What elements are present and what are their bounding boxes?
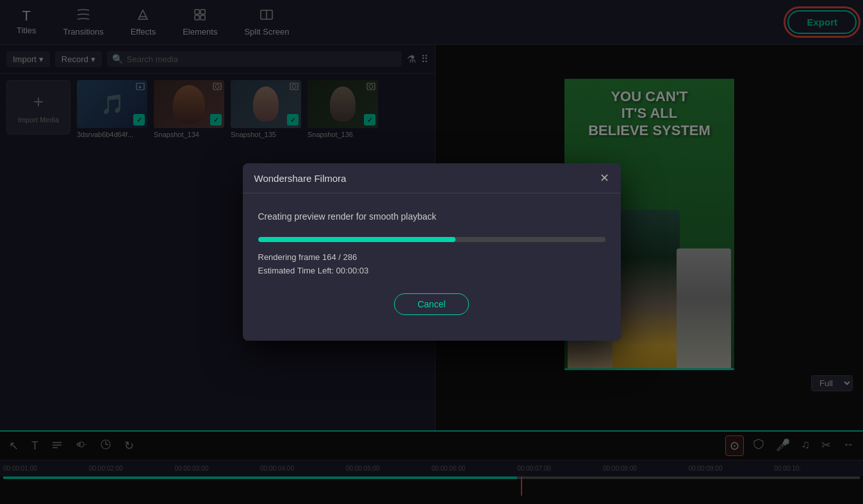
modal-body: Creating preview render for smooth playb… xyxy=(243,193,621,341)
cancel-button[interactable]: Cancel xyxy=(394,293,470,315)
modal-footer: Cancel xyxy=(258,293,605,328)
modal-close-button[interactable]: ✕ xyxy=(600,172,609,184)
modal-overlay: Wondershare Filmora ✕ Creating preview r… xyxy=(0,0,863,504)
modal-status: Rendering frame 164 / 286 xyxy=(258,252,605,262)
modal-header: Wondershare Filmora ✕ xyxy=(243,163,621,193)
progress-bar-fill xyxy=(258,237,456,242)
render-progress-modal: Wondershare Filmora ✕ Creating preview r… xyxy=(243,163,621,341)
modal-description: Creating preview render for smooth playb… xyxy=(258,211,605,222)
modal-eta: Estimated Time Left: 00:00:03 xyxy=(258,266,605,275)
progress-bar-container xyxy=(258,237,605,242)
modal-title: Wondershare Filmora xyxy=(254,173,347,184)
